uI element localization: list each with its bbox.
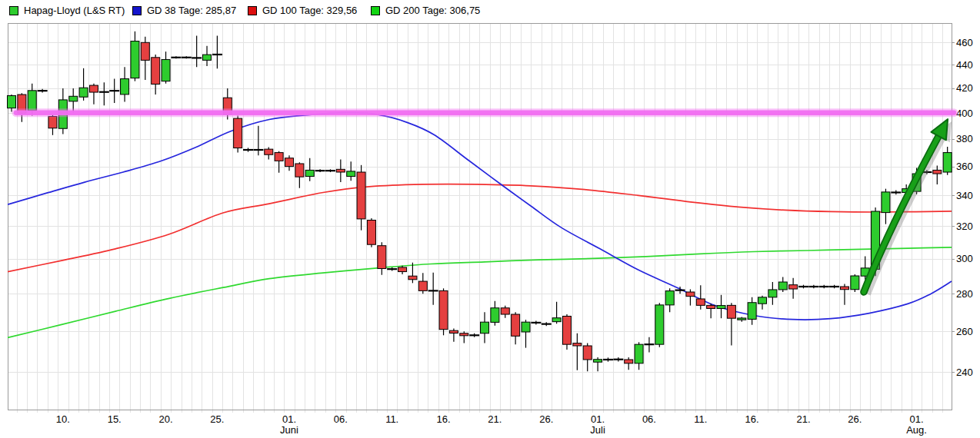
svg-text:320: 320 — [956, 221, 973, 232]
svg-text:25.: 25. — [210, 413, 224, 425]
svg-text:280: 280 — [956, 288, 973, 300]
svg-text:300: 300 — [956, 253, 973, 264]
svg-text:01.: 01. — [282, 413, 296, 425]
svg-text:16.: 16. — [745, 413, 759, 425]
svg-text:400: 400 — [956, 108, 973, 119]
axis-labels: 24026028030032034036038040042044046010.1… — [56, 37, 973, 436]
svg-text:360: 360 — [956, 161, 973, 172]
grid — [8, 23, 952, 413]
svg-text:Juni: Juni — [280, 424, 298, 436]
svg-text:11.: 11. — [694, 413, 707, 425]
svg-text:440: 440 — [956, 59, 973, 71]
trend-arrow-shadow — [868, 121, 952, 294]
svg-text:21.: 21. — [796, 413, 810, 425]
svg-text:06.: 06. — [334, 413, 348, 425]
svg-text:16.: 16. — [437, 413, 451, 425]
svg-text:15.: 15. — [108, 413, 122, 425]
svg-text:420: 420 — [956, 82, 973, 94]
svg-text:01.: 01. — [910, 413, 924, 425]
svg-text:06.: 06. — [642, 413, 656, 425]
svg-text:20.: 20. — [159, 413, 173, 425]
svg-text:340: 340 — [956, 190, 973, 201]
svg-text:260: 260 — [956, 326, 973, 337]
svg-text:380: 380 — [956, 133, 973, 144]
svg-text:10.: 10. — [56, 413, 70, 425]
svg-text:Juli: Juli — [590, 424, 605, 436]
svg-text:26.: 26. — [539, 413, 553, 425]
svg-text:11.: 11. — [385, 413, 398, 425]
svg-text:26.: 26. — [848, 413, 862, 425]
candlestick-chart-canvas: 24026028030032034036038040042044046010.1… — [0, 0, 980, 438]
svg-text:240: 240 — [956, 367, 973, 378]
svg-text:460: 460 — [956, 37, 973, 48]
stock-chart: Hapag-Lloyd (L&S RT) GD 38 Tage: 285,87 … — [0, 0, 980, 438]
svg-text:Aug.: Aug. — [906, 424, 927, 436]
svg-text:01.: 01. — [591, 413, 605, 425]
trend-arrow-up-icon — [864, 119, 948, 292]
svg-text:21.: 21. — [488, 413, 502, 425]
